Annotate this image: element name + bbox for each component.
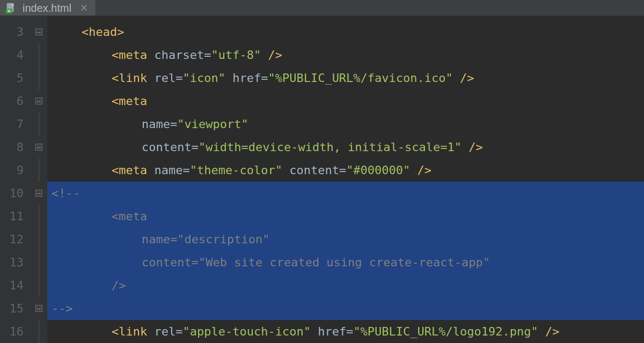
code-token: meta bbox=[119, 49, 154, 61]
fold-guide bbox=[39, 43, 39, 66]
tab-bar: H index.html ✕ bbox=[0, 0, 644, 16]
code-token: "icon" bbox=[182, 72, 232, 84]
code-token: <!-- bbox=[52, 188, 80, 199]
code-token: name="description" bbox=[142, 234, 269, 245]
code-line[interactable]: content="width=device-width, initial-sca… bbox=[47, 136, 644, 159]
code-area[interactable]: <head><meta charset="utf-8" /><link rel=… bbox=[47, 16, 644, 343]
code-line[interactable]: name="viewport" bbox=[47, 113, 644, 136]
fold-guide bbox=[39, 320, 39, 343]
code-token: /> bbox=[418, 165, 432, 176]
fold-cell bbox=[30, 205, 47, 228]
code-line[interactable]: <meta name="theme-color" content="#00000… bbox=[47, 159, 644, 182]
fold-cell bbox=[30, 228, 47, 251]
line-number-gutter: 345678910111213141516 bbox=[0, 16, 30, 343]
code-line[interactable]: content="Web site created using create-r… bbox=[47, 251, 644, 274]
line-number: 6 bbox=[0, 90, 24, 113]
fold-toggle-icon[interactable] bbox=[35, 28, 42, 35]
code-token: < bbox=[112, 95, 119, 107]
code-token: /> bbox=[112, 280, 126, 292]
code-token: "%PUBLIC_URL%/favicon.ico" bbox=[268, 72, 460, 84]
fold-toggle-icon[interactable] bbox=[35, 305, 42, 312]
fold-cell bbox=[30, 297, 47, 320]
code-token: rel= bbox=[154, 326, 182, 338]
code-token: <meta bbox=[112, 211, 147, 222]
code-token: /> bbox=[268, 49, 282, 61]
fold-guide bbox=[39, 228, 39, 251]
code-token: "apple-touch-icon" bbox=[182, 326, 318, 338]
code-line[interactable]: <head> bbox=[47, 20, 644, 43]
line-number: 9 bbox=[0, 159, 24, 182]
fold-cell bbox=[30, 251, 47, 274]
code-token: meta bbox=[119, 95, 147, 107]
code-token: "%PUBLIC_URL%/logo192.png" bbox=[353, 326, 545, 338]
code-token: < bbox=[112, 326, 119, 338]
code-line[interactable]: <!-- bbox=[47, 182, 644, 205]
code-token: --> bbox=[52, 303, 73, 315]
fold-guide bbox=[39, 205, 39, 228]
code-token: link bbox=[119, 326, 154, 338]
fold-guide bbox=[39, 274, 39, 297]
code-token: /> bbox=[469, 141, 483, 153]
fold-toggle-icon[interactable] bbox=[35, 144, 42, 151]
code-editor[interactable]: 345678910111213141516 <head><meta charse… bbox=[0, 16, 644, 343]
code-token: > bbox=[117, 26, 124, 38]
fold-cell bbox=[30, 182, 47, 205]
code-token: < bbox=[112, 165, 119, 176]
fold-cell bbox=[30, 320, 47, 343]
code-token: charset= bbox=[154, 49, 211, 61]
code-line[interactable]: /> bbox=[47, 274, 644, 297]
line-number: 14 bbox=[0, 274, 24, 297]
line-number: 15 bbox=[0, 297, 24, 320]
code-token: "theme-color" bbox=[190, 165, 289, 176]
code-line[interactable]: name="description" bbox=[47, 228, 644, 251]
code-token: href= bbox=[232, 72, 268, 84]
svg-text:H: H bbox=[8, 9, 10, 13]
line-number: 13 bbox=[0, 251, 24, 274]
code-token: "#000000" bbox=[346, 165, 417, 176]
code-line[interactable]: <meta bbox=[47, 90, 644, 113]
fold-guide bbox=[39, 66, 39, 90]
line-number: 16 bbox=[0, 320, 24, 343]
line-number: 8 bbox=[0, 136, 24, 159]
code-token: name= bbox=[154, 165, 189, 176]
line-number: 10 bbox=[0, 182, 24, 205]
code-line[interactable]: --> bbox=[47, 297, 644, 320]
fold-cell bbox=[30, 66, 47, 90]
fold-guide bbox=[39, 113, 39, 136]
editor-window: H index.html ✕ 345678910111213141516 <he… bbox=[0, 0, 644, 343]
line-number: 11 bbox=[0, 205, 24, 228]
fold-cell bbox=[30, 113, 47, 136]
line-number: 5 bbox=[0, 66, 24, 90]
fold-toggle-icon[interactable] bbox=[35, 98, 42, 105]
line-number: 3 bbox=[0, 20, 24, 43]
fold-guide bbox=[39, 159, 39, 182]
code-token: < bbox=[112, 72, 119, 84]
html-file-icon: H bbox=[5, 2, 17, 14]
code-token: content= bbox=[142, 141, 199, 153]
code-line[interactable]: <link rel="apple-touch-icon" href="%PUBL… bbox=[47, 320, 644, 343]
fold-gutter bbox=[30, 16, 47, 343]
code-line[interactable]: <meta bbox=[47, 205, 644, 228]
tab-filename: index.html bbox=[23, 3, 71, 13]
code-token: /> bbox=[460, 72, 474, 84]
code-token: content= bbox=[289, 165, 346, 176]
code-line[interactable]: <meta charset="utf-8" /> bbox=[47, 43, 644, 66]
fold-cell bbox=[30, 136, 47, 159]
code-token: href= bbox=[318, 326, 353, 338]
code-token: head bbox=[89, 26, 117, 38]
fold-toggle-icon[interactable] bbox=[35, 190, 42, 197]
code-token: content="Web site created using create-r… bbox=[142, 257, 490, 269]
code-token: meta bbox=[119, 165, 154, 176]
file-tab[interactable]: H index.html ✕ bbox=[0, 0, 96, 16]
code-token: "viewport" bbox=[177, 118, 248, 130]
code-token: "utf-8" bbox=[211, 49, 268, 61]
code-token: rel= bbox=[154, 72, 182, 84]
code-token: "width=device-width, initial-scale=1" bbox=[199, 141, 469, 153]
fold-cell bbox=[30, 43, 47, 66]
code-line[interactable]: <link rel="icon" href="%PUBLIC_URL%/favi… bbox=[47, 66, 644, 90]
fold-guide bbox=[39, 251, 39, 274]
code-token: < bbox=[112, 49, 119, 61]
close-icon[interactable]: ✕ bbox=[80, 3, 88, 13]
code-token: name= bbox=[142, 118, 177, 130]
line-number: 7 bbox=[0, 113, 24, 136]
